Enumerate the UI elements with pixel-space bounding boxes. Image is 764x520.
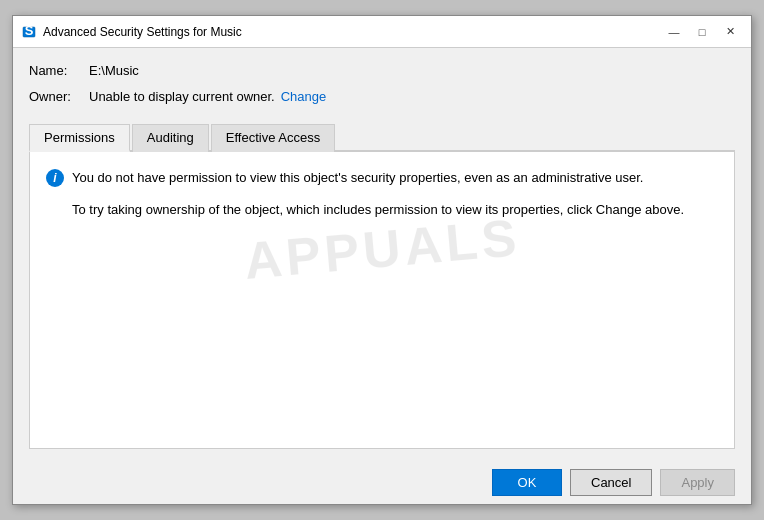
window-title: Advanced Security Settings for Music	[43, 25, 661, 39]
tab-auditing[interactable]: Auditing	[132, 124, 209, 152]
tab-permissions[interactable]: Permissions	[29, 124, 130, 152]
window-controls: — □ ✕	[661, 22, 743, 42]
owner-value: Unable to display current owner.	[89, 89, 275, 104]
window-content: Name: E:\Music Owner: Unable to display …	[13, 48, 751, 461]
change-link[interactable]: Change	[281, 89, 327, 104]
cancel-button[interactable]: Cancel	[570, 469, 652, 496]
tab-content-panel: i You do not have permission to view thi…	[29, 152, 735, 449]
svg-text:S: S	[25, 25, 34, 38]
owner-label: Owner:	[29, 89, 89, 104]
window-icon: S	[21, 24, 37, 40]
title-bar: S Advanced Security Settings for Music —…	[13, 16, 751, 48]
owner-row: Owner: Unable to display current owner. …	[29, 86, 735, 106]
minimize-button[interactable]: —	[661, 22, 687, 42]
footer: OK Cancel Apply	[13, 461, 751, 504]
main-window: S Advanced Security Settings for Music —…	[12, 15, 752, 505]
name-row: Name: E:\Music	[29, 60, 735, 80]
info-icon: i	[46, 169, 64, 187]
close-button[interactable]: ✕	[717, 22, 743, 42]
notice-sub-text: To try taking ownership of the object, w…	[72, 200, 718, 220]
watermark-area: APPUALS	[46, 219, 718, 279]
maximize-button[interactable]: □	[689, 22, 715, 42]
name-value: E:\Music	[89, 63, 139, 78]
notice-main-text: You do not have permission to view this …	[72, 168, 643, 188]
tab-effective-access[interactable]: Effective Access	[211, 124, 335, 152]
ok-button[interactable]: OK	[492, 469, 562, 496]
apply-button[interactable]: Apply	[660, 469, 735, 496]
watermark-text: APPUALS	[242, 207, 523, 291]
notice-box: i You do not have permission to view thi…	[46, 168, 718, 188]
name-label: Name:	[29, 63, 89, 78]
tabs-container: Permissions Auditing Effective Access	[29, 122, 735, 152]
